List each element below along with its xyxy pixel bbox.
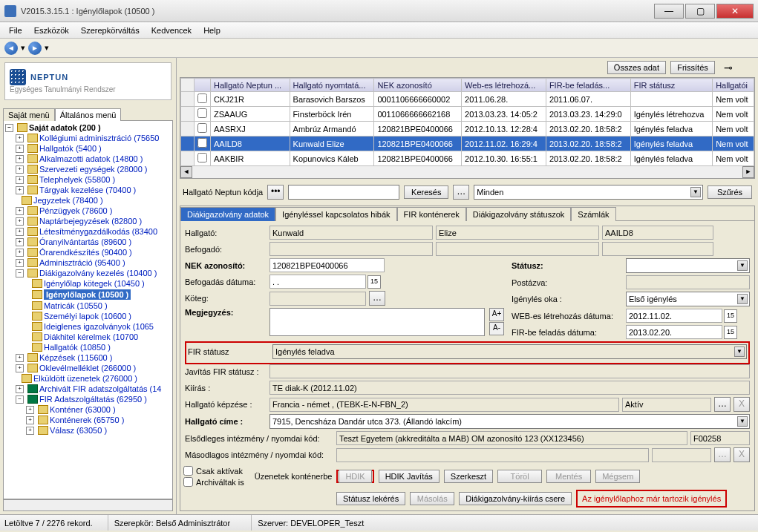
tree-item[interactable]: Ideiglenes igazolványok (1065 xyxy=(44,322,154,331)
minimize-button[interactable]: — xyxy=(654,4,684,19)
col-hall[interactable]: Hallgatói xyxy=(713,79,754,92)
row-checkbox[interactable] xyxy=(197,108,207,118)
tree-own-data[interactable]: Saját adatok (200 ) xyxy=(29,123,101,132)
tree-item[interactable]: Adminisztráció (95400 ) xyxy=(39,258,125,267)
tree-item[interactable]: Szervezeti egységek (28000 ) xyxy=(39,165,148,174)
data-grid[interactable]: Hallgató Neptun ... Hallgató nyomtatá...… xyxy=(180,77,755,179)
tree-item[interactable]: Alkalmazotti adatok (14800 ) xyxy=(39,154,143,163)
tab-statuszok[interactable]: Diákigazolvány státuszok xyxy=(466,207,572,221)
table-row[interactable]: AASRXJAmbrúz Armandó120821BPE04000662012… xyxy=(181,122,754,137)
field-firdate[interactable]: 2013.02.20. xyxy=(626,325,722,339)
font-down-button[interactable]: A- xyxy=(489,322,504,335)
calendar-icon[interactable]: 15 xyxy=(367,275,381,289)
col-code[interactable]: Hallgató Neptun ... xyxy=(211,79,290,92)
label-javitas-fir: Javítás FIR státusz : xyxy=(185,367,267,376)
col-nek[interactable]: NEK azonosító xyxy=(374,79,462,92)
row-checkbox[interactable] xyxy=(197,138,207,148)
maximize-button[interactable]: ▢ xyxy=(685,4,715,19)
tree-item[interactable]: Naptárbejegyzések (82800 ) xyxy=(39,217,142,226)
scroll-left[interactable]: ◄ xyxy=(180,166,192,178)
col-web[interactable]: Web-es létrehozá... xyxy=(462,79,546,92)
kepzes-more[interactable]: … xyxy=(714,397,731,412)
pin-icon[interactable]: ⊸ xyxy=(724,62,733,73)
hdik-javitas-button[interactable]: HDIK Javítás xyxy=(379,470,440,483)
tree-item[interactable]: Telephelyek (55800 ) xyxy=(39,175,115,184)
col-name[interactable]: Hallgató nyomtatá... xyxy=(290,79,374,92)
table-row[interactable]: CKJ21RBarasovich Barszos0001106666660002… xyxy=(181,92,754,107)
row-checkbox[interactable] xyxy=(197,153,207,162)
tree-item[interactable]: Tárgyak kezelése (70400 ) xyxy=(39,185,136,194)
tree-item[interactable]: Jegyzetek (78400 ) xyxy=(33,196,103,205)
tree-item[interactable]: Diákhitel kérelmek (10700 xyxy=(44,332,138,341)
tree-item-selected[interactable]: Igénylőlapok (10500 ) xyxy=(44,289,131,300)
menu-file[interactable]: File xyxy=(4,24,27,36)
search-input[interactable] xyxy=(288,185,399,200)
all-data-button[interactable]: Összes adat xyxy=(607,61,666,74)
tree-item[interactable]: Létesítménygazdálkodás (83400 xyxy=(39,227,157,236)
field-cim[interactable]: 7915, Dencsháza Dandár utca 373. (Álland… xyxy=(269,414,750,429)
col-fir[interactable]: FIR-be feladás... xyxy=(546,79,630,92)
field-webdate[interactable]: 2012.11.02. xyxy=(626,309,722,323)
field-befdate[interactable]: . . xyxy=(269,275,366,289)
table-row[interactable]: AAKBIRKopunovics Káleb120821BPE040006620… xyxy=(181,151,754,166)
search-more-button[interactable]: … xyxy=(453,185,469,200)
calendar-icon[interactable]: 15 xyxy=(724,326,737,339)
forward-button[interactable]: ► xyxy=(28,42,42,55)
tree-item[interactable]: Igénylőlap kötegek (10450 ) xyxy=(44,279,145,288)
tree-item[interactable]: Oklevélmelléklet (266000 ) xyxy=(39,364,136,372)
tab-hibak[interactable]: Igényléssel kapcsolatos hibák xyxy=(275,207,397,221)
font-up-button[interactable]: A+ xyxy=(489,308,504,321)
tree-item[interactable]: Matricák (10550 ) xyxy=(44,301,108,310)
tree-scroll[interactable] xyxy=(3,499,173,511)
statusz-lekeres-button[interactable]: Státusz lekérés xyxy=(336,492,405,505)
szerkeszt-button[interactable]: Szerkeszt xyxy=(444,470,493,483)
col-status[interactable]: FIR státusz xyxy=(630,79,713,92)
tree-item[interactable]: Konténerek (65750 ) xyxy=(50,416,124,424)
tree-item[interactable]: Konténer (63000 ) xyxy=(50,405,116,414)
table-row[interactable]: ZSAAUGFinsterböck Irén001106666666216820… xyxy=(181,107,754,122)
tree-item[interactable]: Archivált FIR adatszolgáltatás (14 xyxy=(39,384,161,393)
filter-select[interactable]: Minden▼ xyxy=(474,185,703,200)
menu-roles[interactable]: Szerepkörváltás xyxy=(76,24,144,36)
back-button[interactable]: ◄ xyxy=(4,42,18,55)
tree-item[interactable]: Személyi lapok (10600 ) xyxy=(44,312,131,321)
tab-kontenerek[interactable]: FIR konténerek xyxy=(397,207,466,221)
field-igenyles-oka[interactable]: Első igénylés▼ xyxy=(626,292,750,306)
filter-button[interactable]: Szűrés xyxy=(708,185,752,199)
tree-item[interactable]: Válasz (63050 ) xyxy=(50,426,107,435)
menu-fav[interactable]: Kedvencek xyxy=(147,24,196,36)
mask-button[interactable]: ••• xyxy=(267,185,284,200)
tree-item[interactable]: Kollégiumi adminisztráció (75650 xyxy=(39,134,159,142)
close-button[interactable]: ✕ xyxy=(716,4,754,19)
field-status[interactable]: ▼ xyxy=(626,258,750,273)
row-checkbox[interactable] xyxy=(197,93,207,103)
tree-item[interactable]: Órarendkészítés (90400 ) xyxy=(39,248,132,257)
tree-item[interactable]: Óranyilvántartás (89600 ) xyxy=(39,237,131,246)
tree-item[interactable]: FIR Adatszolgáltatás (62950 ) xyxy=(39,395,147,404)
tab-szamlak[interactable]: Számlák xyxy=(571,207,615,221)
nav-tree[interactable]: Saját adatok (200 ) Kollégiumi adminiszt… xyxy=(3,120,173,499)
kiiras-csere-button[interactable]: Diákigazolvány-kiírás csere xyxy=(459,492,572,505)
checkbox-archivaltak[interactable]: Archiváltak is xyxy=(183,477,244,487)
tree-item[interactable]: Képzések (115600 ) xyxy=(39,353,112,362)
scroll-right[interactable]: ► xyxy=(742,166,754,178)
refresh-button[interactable]: Frissítés xyxy=(670,61,715,74)
tab-general-menu[interactable]: Általános menü xyxy=(55,108,122,121)
tree-item[interactable]: Elküldött üzenetek (276000 ) xyxy=(33,374,137,383)
tree-item[interactable]: Hallgatók (10850 ) xyxy=(44,343,111,352)
tree-item[interactable]: Pénzügyek (78600 ) xyxy=(39,206,112,215)
tree-item[interactable]: Hallgatók (5400 ) xyxy=(39,144,102,153)
checkbox-csak-aktivak[interactable]: Csak aktívak xyxy=(183,466,244,476)
row-checkbox[interactable] xyxy=(197,123,207,133)
tab-own-menu[interactable]: Saját menü xyxy=(3,108,55,121)
search-button[interactable]: Keresés xyxy=(404,185,448,199)
field-megjegyzes[interactable] xyxy=(269,308,485,336)
field-nek[interactable]: 120821BPE0400066 xyxy=(269,258,385,272)
menu-help[interactable]: Help xyxy=(199,24,225,36)
table-row[interactable]: AAILD8Kunwald Elize120821BPE04000662012.… xyxy=(181,137,754,151)
koteg-more[interactable]: … xyxy=(369,291,385,306)
menu-tools[interactable]: Eszközök xyxy=(30,24,73,36)
tree-item[interactable]: Diákigazolvány kezelés (10400 ) xyxy=(39,269,157,278)
calendar-icon[interactable]: 15 xyxy=(724,309,737,323)
tab-diakig-adatok[interactable]: Diákigazolvány adatok xyxy=(180,207,275,221)
